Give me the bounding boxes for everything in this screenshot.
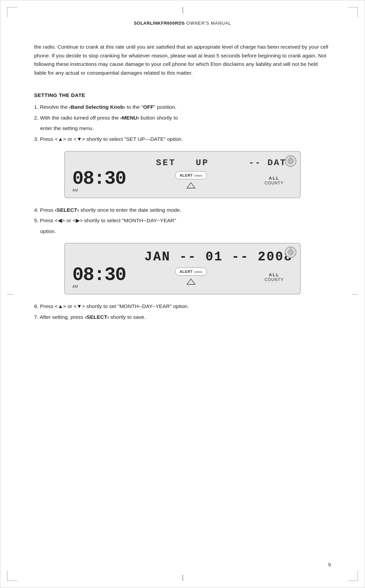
display2-alert-btn: ALERT SIREN — [175, 267, 206, 276]
step-2-text2: button shortly to — [139, 115, 178, 121]
step-4-text: 4. Press — [34, 207, 55, 213]
step-2-menu: ‹MENU› — [120, 115, 139, 121]
step-2-cont: enter the setting menu. — [34, 124, 331, 133]
step-6-text: 6. Press <▲> or <▼> shortly to set "MONT… — [34, 303, 189, 309]
step-2: 2. With the radio turned off press the ‹… — [34, 113, 331, 122]
tick-right — [352, 294, 358, 295]
display2-time: 08:30 — [72, 265, 126, 284]
svg-point-1 — [288, 158, 293, 164]
display1-time: 08:30 — [72, 169, 126, 188]
display1-alert-text: ALERT — [179, 173, 193, 177]
display1-time-col: 08:30 AM — [72, 169, 126, 192]
step-7-text: 7. After setting, press — [34, 314, 85, 320]
display2-all: ALL — [256, 272, 293, 277]
knob-svg-2 — [285, 246, 297, 258]
display1-right-col: ALL COUNTY — [256, 176, 293, 185]
step-1-num: 1. Revolve the — [34, 104, 69, 110]
corner-mark-top-right — [348, 7, 358, 17]
step-1-knob: ‹Band Selecting Knob› — [69, 104, 125, 110]
tick-left — [7, 294, 13, 295]
display1-alert-btn: ALERT SIREN — [175, 171, 206, 179]
page-header: SOLARLINKFR600RDS OWNER'S MANUAL — [34, 21, 331, 26]
step-7-select: ‹SELECT› — [85, 314, 109, 320]
corner-mark-bottom-right — [348, 571, 358, 581]
model-rds: RDS — [175, 21, 185, 26]
step-3-text: 3. Press <▲> or <▼> shortly to select "S… — [34, 136, 183, 142]
page: SOLARLINKFR600RDS OWNER'S MANUAL the rad… — [0, 0, 365, 588]
step-5-text: 5. Press <◀> or <▶> shortly to select "M… — [34, 218, 176, 223]
display2-alert-text: ALERT — [179, 270, 193, 274]
step-5-indent: option. — [40, 228, 56, 234]
step-3: 3. Press <▲> or <▼> shortly to select "S… — [34, 135, 331, 144]
step-1-off: OFF — [143, 104, 154, 110]
display2-jan-text: JAN -- 01 -- 2008 — [144, 250, 293, 264]
instructions-list-3: 6. Press <▲> or <▼> shortly to set "MONT… — [34, 302, 331, 321]
step-4-text2: shortly once to enter the date setting m… — [79, 207, 181, 213]
section-heading: SETTING THE DATE — [34, 92, 331, 98]
lcd-display-2: JAN -- 01 -- 2008 08:30 AM ALERT SIREN — [64, 243, 301, 295]
step-2-indent: enter the setting menu. — [40, 125, 94, 131]
display2-time-col: 08:30 AM — [72, 265, 126, 288]
display2-right-col: ALL COUNTY — [256, 272, 293, 282]
model-number: FR600 — [161, 21, 175, 26]
display2-county: COUNTY — [256, 277, 293, 282]
step-7: 7. After setting, press ‹SELECT› shortly… — [34, 313, 331, 322]
display1-top-text: SET UP — [156, 158, 209, 168]
instructions-list-2: 4. Press ‹SELECT› shortly once to enter … — [34, 206, 331, 236]
tick-top — [182, 7, 183, 13]
step-1: 1. Revolve the ‹Band Selecting Knob› to … — [34, 103, 331, 111]
display2-signal-icon — [186, 278, 196, 286]
svg-point-5 — [288, 250, 293, 255]
brand-name: SOLARLINK — [134, 21, 161, 26]
svg-marker-3 — [187, 183, 195, 188]
svg-marker-7 — [187, 279, 195, 284]
step-5: 5. Press <◀> or <▶> shortly to select "M… — [34, 216, 331, 225]
display2-siren-text: SIREN — [194, 271, 202, 274]
display2-center-col: ALERT SIREN — [130, 267, 252, 286]
display1-county: COUNTY — [256, 181, 293, 185]
tick-bottom — [182, 575, 183, 581]
display1-center-col: ALERT SIREN — [130, 171, 252, 190]
knob-svg-1 — [285, 155, 297, 167]
manual-subtitle: OWNER'S MANUAL — [185, 21, 231, 26]
step-4: 4. Press ‹SELECT› shortly once to enter … — [34, 206, 331, 214]
corner-mark-top-left — [7, 7, 17, 17]
corner-mark-bottom-left — [7, 571, 17, 581]
step-5-cont: option. — [34, 227, 331, 236]
step-2-text: 2. With the radio turned off press the — [34, 115, 120, 121]
display1-siren-text: SIREN — [194, 174, 202, 177]
step-7-text2: shortly to save. — [109, 314, 146, 320]
display1-signal-icon — [186, 182, 196, 190]
step-1-text: to the " — [125, 104, 143, 110]
step-4-select: ‹SELECT› — [55, 207, 79, 213]
display1-all: ALL — [256, 176, 293, 181]
lcd-display-1: SET UP -- DATE 08:30 AM ALERT SIREN — [64, 151, 301, 198]
page-number: 9 — [328, 562, 331, 567]
step-6: 6. Press <▲> or <▼> shortly to set "MONT… — [34, 302, 331, 311]
step-1-text2: " position. — [154, 104, 177, 110]
intro-paragraph: the radio. Continue to crank at this rat… — [34, 43, 331, 77]
instructions-list: 1. Revolve the ‹Band Selecting Knob› to … — [34, 103, 331, 143]
